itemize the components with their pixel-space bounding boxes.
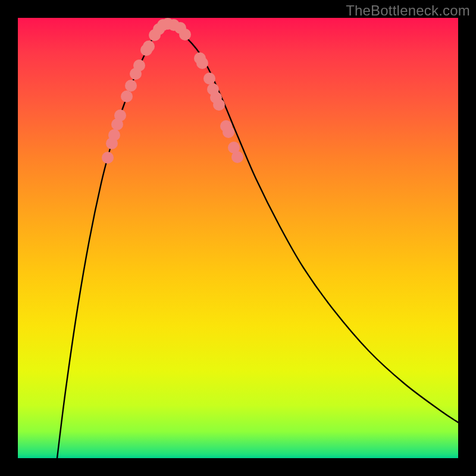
chart-frame: TheBottleneck.com (0, 0, 476, 476)
data-dot (125, 80, 137, 92)
data-dot (223, 126, 234, 138)
data-dot (143, 40, 155, 52)
data-dot (102, 152, 114, 164)
data-dot (203, 73, 215, 84)
data-dots (102, 18, 243, 164)
data-dot (231, 151, 243, 163)
data-dot (114, 109, 126, 121)
data-dot (108, 129, 120, 141)
watermark-text: TheBottleneck.com (346, 2, 470, 19)
data-dot (213, 99, 225, 111)
data-dot (121, 90, 133, 102)
data-dot (196, 57, 208, 69)
data-dot (133, 60, 145, 71)
plot-area (18, 18, 458, 458)
chart-svg (18, 18, 458, 458)
bottleneck-curve (57, 24, 458, 458)
data-dot (179, 29, 191, 40)
